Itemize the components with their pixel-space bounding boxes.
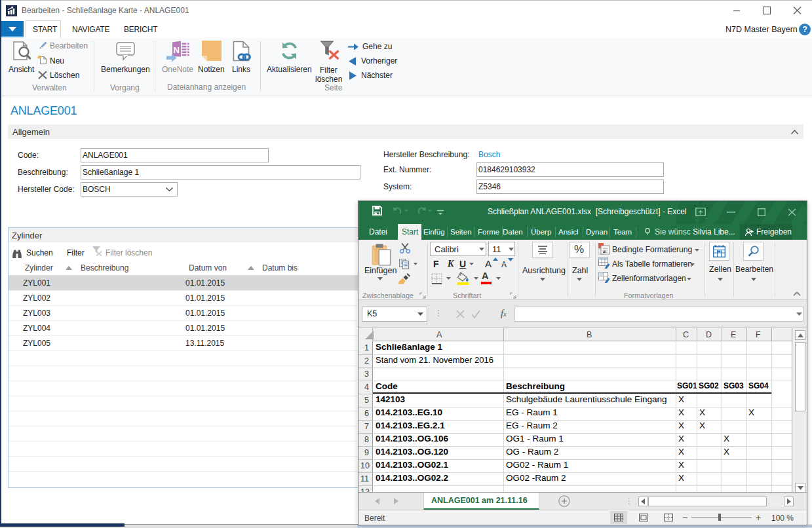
svg-text:≠: ≠ xyxy=(603,249,606,255)
svg-text:N: N xyxy=(174,45,180,55)
svg-text:?: ? xyxy=(802,25,807,34)
